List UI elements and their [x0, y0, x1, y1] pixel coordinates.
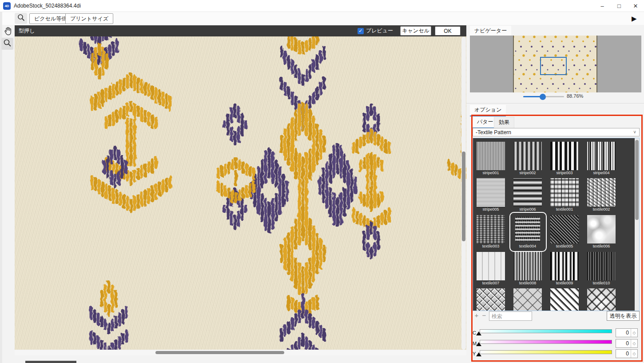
cmy-value-Y: 0 — [616, 350, 631, 358]
pattern-thumb-textile003[interactable] — [477, 215, 505, 243]
pattern-thumb-quilt002[interactable] — [513, 288, 542, 311]
pattern-thumb-stripe003[interactable] — [550, 142, 579, 170]
pattern-label: textile001 — [547, 207, 582, 211]
pattern-thumb-stripe005[interactable] — [477, 178, 505, 207]
pattern-label: textile005 — [547, 244, 582, 248]
pattern-thumb-textile009[interactable] — [550, 252, 579, 280]
navigator-preview[interactable] — [470, 36, 641, 92]
pattern-label: textile009 — [547, 281, 582, 285]
add-pattern-button[interactable]: + — [473, 311, 480, 319]
pattern-label: textile010 — [584, 281, 619, 285]
pattern-label: textile006 — [584, 244, 619, 248]
maximize-button[interactable]: □ — [611, 0, 628, 12]
pattern-label: stripe002 — [510, 171, 545, 175]
pattern-thumb-quilt003[interactable] — [550, 288, 579, 311]
pattern-label: textile004 — [510, 244, 545, 248]
pattern-thumb-textile005[interactable] — [550, 215, 579, 243]
pattern-label: stripe006 — [510, 207, 545, 211]
left-edge-strip — [0, 12, 2, 363]
remove-pattern-button[interactable]: − — [481, 311, 487, 319]
pattern-thumb-textile008[interactable] — [513, 252, 542, 280]
pattern-label: stripe001 — [473, 171, 509, 175]
pattern-category-value: -Textile Pattern — [476, 129, 633, 136]
canvas-horizontal-scrollbar-thumb[interactable] — [155, 351, 284, 354]
preview-checkbox[interactable]: ✓ — [358, 28, 364, 34]
cmy-value-C: 0 — [616, 329, 631, 337]
spinner-updown-icon[interactable]: ◇ — [631, 339, 637, 347]
grid-scrollbar-thumb[interactable] — [635, 140, 639, 220]
pattern-thumb-stripe002[interactable] — [513, 142, 542, 170]
pattern-label: textile008 — [510, 281, 545, 285]
close-button[interactable]: ✕ — [627, 0, 644, 12]
cmy-slider-track-M[interactable] — [480, 340, 612, 344]
search-icon — [17, 14, 25, 23]
chevron-down-icon: ˅ — [633, 130, 636, 135]
effect-title: 型押し — [19, 27, 35, 35]
pattern-label: textile003 — [473, 244, 509, 248]
pattern-category-dropdown[interactable]: -Textile Pattern ˅ — [473, 128, 640, 136]
hand-icon — [4, 27, 12, 37]
tab-effect[interactable]: 効果 — [494, 117, 514, 128]
pattern-thumb-textile010[interactable] — [587, 252, 616, 280]
image-canvas[interactable] — [15, 36, 466, 350]
pattern-search-input[interactable] — [489, 311, 532, 321]
pattern-label: stripe005 — [473, 207, 509, 211]
pattern-label: stripe003 — [547, 171, 582, 175]
pattern-thumb-textile001[interactable] — [550, 178, 579, 207]
ok-button[interactable]: OK — [435, 26, 461, 36]
show-transparency-button[interactable]: 透明を表示 — [607, 311, 640, 321]
pattern-grid[interactable]: stripe001stripe002stripe003stripe004stri… — [473, 138, 640, 311]
canvas-vertical-scrollbar-thumb[interactable] — [462, 152, 465, 241]
cmy-value-spinner-M[interactable]: 0 ◇ — [616, 339, 638, 348]
preview-label: プレビュー — [366, 27, 393, 35]
pattern-thumb-stripe001[interactable] — [477, 142, 505, 170]
pattern-label: stripe004 — [584, 171, 619, 175]
navigator-zoom-value: 88.76% — [567, 93, 583, 99]
zoom-mode-button[interactable] — [15, 13, 27, 24]
cancel-button[interactable]: キャンセル — [400, 26, 431, 36]
pattern-thumb-stripe004[interactable] — [587, 142, 616, 170]
pattern-thumb-quilt001[interactable] — [477, 288, 505, 311]
magnifier-icon — [3, 39, 12, 49]
navigator-viewport-rect[interactable] — [540, 57, 567, 75]
pattern-label: textile007 — [473, 281, 509, 285]
cmy-value-M: 0 — [616, 339, 631, 347]
pattern-thumb-textile004[interactable] — [515, 217, 540, 242]
minimize-button[interactable]: – — [594, 0, 611, 12]
pattern-label: textile002 — [584, 207, 619, 211]
window-title: AdobeStock_502488364.4di — [14, 3, 81, 9]
pattern-thumb-textile002[interactable] — [587, 178, 616, 207]
title-bar: 4D AdobeStock_502488364.4di – □ ✕ — [0, 0, 644, 12]
cmy-value-spinner-C[interactable]: 0 ◇ — [616, 328, 638, 337]
textile-pattern-image — [15, 36, 466, 350]
app-icon: 4D — [3, 2, 11, 10]
cmy-slider-track-Y[interactable] — [480, 350, 612, 354]
cmy-value-spinner-Y[interactable]: 0 ◇ — [616, 349, 638, 358]
pattern-thumb-quilt004[interactable] — [587, 288, 616, 311]
taskbar-sliver — [25, 361, 76, 363]
panel-separator — [466, 103, 644, 104]
pattern-thumb-textile007[interactable] — [477, 252, 505, 280]
navigator-zoom-slider-thumb[interactable] — [540, 94, 546, 100]
print-size-button[interactable]: プリントサイズ — [65, 13, 113, 24]
effect-header-bar: 型押し ✓ プレビュー キャンセル OK — [15, 25, 466, 36]
hand-tool-button[interactable] — [3, 26, 13, 37]
cmy-slider-track-C[interactable] — [480, 329, 612, 333]
pattern-thumb-textile006[interactable] — [587, 215, 616, 243]
panel-flyout-arrow-icon[interactable]: ▶ — [632, 15, 637, 23]
spinner-updown-icon[interactable]: ◇ — [631, 350, 637, 358]
spinner-updown-icon[interactable]: ◇ — [631, 329, 637, 337]
zoom-tool-button[interactable] — [1, 38, 13, 50]
pattern-thumb-stripe006[interactable] — [513, 178, 542, 207]
